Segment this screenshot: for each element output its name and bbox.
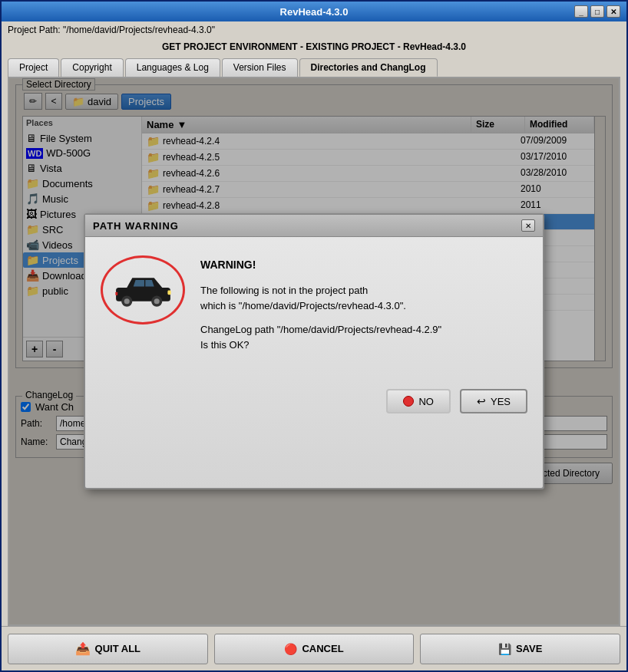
- modal-overlay: PATH WARNING ✕: [9, 78, 619, 624]
- save-icon: 💾: [498, 643, 511, 655]
- cancel-label: CANCEL: [302, 643, 343, 654]
- cancel-icon: 🔴: [284, 643, 297, 655]
- warning-message-line2: which is "/home/david/Projects/revhead-4…: [200, 300, 406, 311]
- project-header: GET PROJECT ENVIRONMENT - EXISTING PROJE…: [2, 38, 626, 55]
- modal-body: WARNING! The following is not in the pro…: [85, 237, 543, 377]
- main-content-area: Select Directory ✏ < 📁 david Projects Pl…: [8, 77, 620, 626]
- bottom-bar: 📤 QUIT ALL 🔴 CANCEL 💾 SAVE: [2, 626, 626, 670]
- yes-button-label: YES: [491, 396, 511, 407]
- tab-directories-changelog[interactable]: Directories and ChangLog: [299, 58, 438, 77]
- yes-button[interactable]: ↩ YES: [460, 389, 527, 413]
- quit-icon: 📤: [75, 641, 91, 656]
- no-button-label: NO: [418, 396, 434, 407]
- window-title: RevHead-4.3.0: [54, 6, 574, 18]
- modal-buttons: NO ↩ YES: [85, 377, 543, 426]
- svg-rect-6: [115, 292, 117, 295]
- window-controls: _ □ ✕: [574, 5, 620, 18]
- yes-icon: ↩: [477, 395, 486, 407]
- path-warning-dialog: PATH WARNING ✕: [84, 213, 544, 489]
- tab-version-files[interactable]: Version Files: [222, 58, 298, 77]
- warning-car-icon: [101, 255, 185, 324]
- title-bar: RevHead-4.3.0 _ □ ✕: [2, 2, 626, 21]
- close-button[interactable]: ✕: [607, 5, 620, 18]
- quit-all-label: QUIT ALL: [95, 643, 140, 654]
- svg-point-4: [154, 298, 159, 304]
- maximize-button[interactable]: □: [590, 5, 604, 18]
- is-ok-text: Is this OK?: [200, 339, 250, 351]
- no-red-circle: [403, 396, 414, 407]
- modal-close-button[interactable]: ✕: [521, 219, 535, 232]
- modal-title-bar: PATH WARNING ✕: [85, 215, 543, 237]
- warning-title: WARNING!: [200, 259, 527, 271]
- main-window: RevHead-4.3.0 _ □ ✕ Project Path: "/home…: [0, 0, 628, 672]
- svg-rect-5: [167, 290, 170, 295]
- no-button[interactable]: NO: [386, 389, 451, 413]
- svg-point-2: [124, 298, 129, 304]
- warning-message: The following is not in the project path…: [200, 283, 527, 313]
- tab-languages-log[interactable]: Languages & Log: [125, 58, 220, 77]
- changelog-path-message: ChangeLog path "/home/david/Projects/rev…: [200, 322, 527, 352]
- save-label: SAVE: [516, 643, 542, 654]
- cancel-button[interactable]: 🔴 CANCEL: [214, 634, 415, 664]
- minimize-button[interactable]: _: [574, 5, 588, 18]
- warning-message-line1: The following is not in the project path: [200, 285, 368, 296]
- modal-title: PATH WARNING: [93, 220, 179, 232]
- car-svg: [111, 269, 176, 311]
- tab-copyright[interactable]: Copyright: [61, 58, 123, 77]
- changelog-path-text: ChangeLog path "/home/david/Projects/rev…: [200, 324, 441, 335]
- modal-text-area: WARNING! The following is not in the pro…: [200, 252, 527, 361]
- save-button[interactable]: 💾 SAVE: [420, 634, 620, 664]
- project-path: Project Path: "/home/david/Projects/revh…: [2, 21, 626, 38]
- modal-icon-area: [101, 252, 185, 361]
- tab-bar: Project Copyright Languages & Log Versio…: [2, 55, 626, 77]
- tab-project[interactable]: Project: [8, 58, 59, 77]
- quit-all-button[interactable]: 📤 QUIT ALL: [8, 634, 208, 664]
